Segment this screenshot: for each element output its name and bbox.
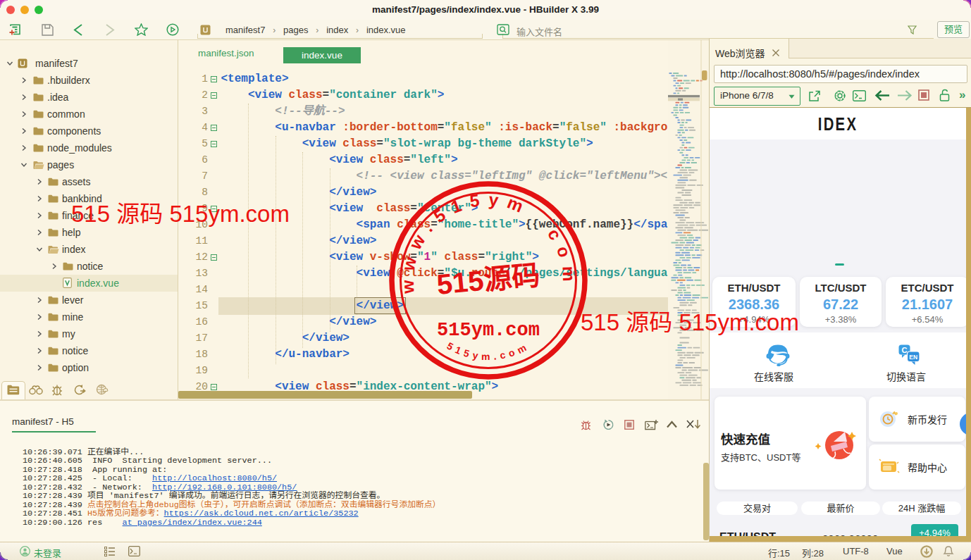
svg-text:515源码: 515源码 — [435, 259, 541, 300]
svg-text:515ym.com: 515ym.com — [445, 340, 532, 363]
svg-text:515ym.com: 515ym.com — [437, 320, 540, 341]
svg-text:EN: EN — [909, 354, 917, 361]
svg-text:C: C — [902, 346, 908, 354]
